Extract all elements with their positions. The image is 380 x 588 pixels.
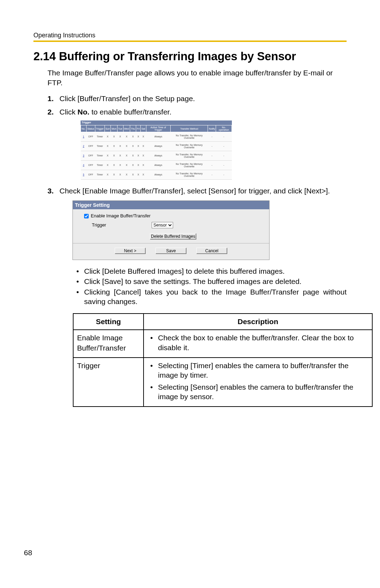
trigger-cell: OFF <box>86 132 95 142</box>
trigger-cell: - <box>216 170 232 180</box>
trigger-cell: X <box>141 151 146 161</box>
trigger-cell: OFF <box>86 161 95 170</box>
table-row: 3OFFTimerXXXXXXXAlwaysNo Transfer, No Me… <box>81 151 232 161</box>
trigger-row-number[interactable]: 3 <box>81 151 87 161</box>
trigger-cell: X <box>117 170 123 180</box>
trigger-cell: X <box>123 151 130 161</box>
trigger-cell: No Transfer, No Memory Overwrite <box>170 132 208 142</box>
trigger-cell: X <box>111 170 118 180</box>
setting-description: Check the box to enable the buffer/trans… <box>148 333 368 352</box>
setting-description: Selecting [Sensor] enables the camera to… <box>148 382 368 402</box>
trigger-cell: X <box>136 161 140 170</box>
trigger-cell: X <box>130 151 136 161</box>
settings-header-setting: Setting <box>73 314 144 330</box>
enable-buffer-checkbox[interactable] <box>84 214 89 218</box>
trigger-cell: - <box>208 170 216 180</box>
trigger-cell: X <box>111 142 118 151</box>
trigger-cell: X <box>104 161 110 170</box>
trigger-cell: X <box>104 151 110 161</box>
trigger-table-header: Sun <box>104 125 110 132</box>
trigger-cell: Always <box>146 170 170 180</box>
trigger-table-header: No. <box>81 125 87 132</box>
trigger-cell: X <box>130 132 136 142</box>
trigger-cell: OFF <box>86 142 95 151</box>
trigger-cell: X <box>111 161 118 170</box>
trigger-cell: - <box>208 142 216 151</box>
setting-description: Selecting [Timer] enables the camera to … <box>148 361 368 380</box>
trigger-cell: - <box>208 161 216 170</box>
trigger-table-header: Fri <box>136 125 140 132</box>
trigger-setting-dialog: Trigger Setting Enable Image Buffer/Tran… <box>72 200 270 260</box>
trigger-cell: Timer <box>95 132 104 142</box>
trigger-cell: Always <box>146 142 170 151</box>
trigger-cell: Always <box>146 161 170 170</box>
trigger-row-number[interactable]: 5 <box>81 170 87 180</box>
trigger-cell: X <box>136 132 140 142</box>
trigger-cell: X <box>141 170 146 180</box>
trigger-cell: Timer <box>95 161 104 170</box>
trigger-cell: X <box>123 132 130 142</box>
trigger-cell: - <box>216 151 232 161</box>
intro-paragraph: The Image Buffer/Transfer page allows yo… <box>48 68 347 88</box>
trigger-cell: X <box>130 161 136 170</box>
trigger-cell: X <box>136 151 140 161</box>
trigger-table-header: No-operation <box>216 125 232 132</box>
delete-buffered-images-button[interactable]: Delete Buffered Images <box>150 233 196 240</box>
trigger-cell: X <box>123 170 130 180</box>
trigger-table-header: Active Time of Trigger <box>146 125 170 132</box>
trigger-cell: No Transfer, No Memory Overwrite <box>170 161 208 170</box>
trigger-cell: X <box>123 161 130 170</box>
trigger-table-header: Mon <box>111 125 118 132</box>
trigger-row-number[interactable]: 1 <box>81 132 87 142</box>
table-row: Enable Image Buffer/Transfer Check the b… <box>73 330 372 358</box>
trigger-row-number[interactable]: 2 <box>81 142 87 151</box>
trigger-table-header: Trigger <box>95 125 104 132</box>
trigger-cell: Always <box>146 151 170 161</box>
trigger-cell: X <box>141 142 146 151</box>
trigger-cell: No Transfer, No Memory Overwrite <box>170 142 208 151</box>
trigger-table-header: Transfer Method <box>170 125 208 132</box>
step-2: 2. Click No. to enable buffer/transfer. … <box>48 107 347 180</box>
trigger-cell: - <box>216 142 232 151</box>
trigger-cell: X <box>117 151 123 161</box>
trigger-cell: X <box>130 142 136 151</box>
trigger-cell: Timer <box>95 142 104 151</box>
trigger-cell: OFF <box>86 170 95 180</box>
sub-bullet: Click [Save] to save the settings. The b… <box>74 277 347 286</box>
step-number: 2. <box>48 107 54 117</box>
save-button[interactable]: Save <box>156 248 186 254</box>
cancel-button[interactable]: Cancel <box>196 248 227 254</box>
trigger-table-title: Trigger <box>81 120 232 125</box>
trigger-cell: X <box>111 151 118 161</box>
table-row: 2OFFTimerXXXXXXXAlwaysNo Transfer, No Me… <box>81 142 232 151</box>
header-label: Operating Instructions <box>33 32 347 39</box>
trigger-cell: X <box>141 161 146 170</box>
step-text-prefix: Click <box>59 108 77 116</box>
trigger-table-header: Status <box>86 125 95 132</box>
setting-name: Trigger <box>73 358 144 407</box>
trigger-select[interactable]: Sensor <box>152 222 173 228</box>
settings-header-description: Description <box>144 314 372 330</box>
trigger-cell: X <box>117 142 123 151</box>
step-number: 3. <box>48 186 54 196</box>
trigger-table-header: Notify <box>208 125 216 132</box>
trigger-cell: X <box>136 142 140 151</box>
sub-bullet: Click [Delete Buffered Images] to delete… <box>74 266 347 276</box>
table-row: 1OFFTimerXXXXXXXAlwaysNo Transfer, No Me… <box>81 132 232 142</box>
trigger-cell: Always <box>146 132 170 142</box>
trigger-cell: - <box>216 161 232 170</box>
trigger-field-label: Trigger <box>92 222 152 228</box>
trigger-row-number[interactable]: 4 <box>81 161 87 170</box>
trigger-cell: X <box>111 132 118 142</box>
step-text-suffix: to enable buffer/transfer. <box>89 108 171 116</box>
step-3: 3. Check [Enable Image Buffer/Transfer],… <box>48 186 347 407</box>
trigger-cell: X <box>117 132 123 142</box>
dialog-titlebar: Trigger Setting <box>73 201 269 210</box>
trigger-cell: No Transfer, No Memory Overwrite <box>170 170 208 180</box>
trigger-cell: - <box>216 132 232 142</box>
trigger-cell: Timer <box>95 151 104 161</box>
next-button[interactable]: Next > <box>115 248 146 254</box>
page-number: 68 <box>24 549 32 557</box>
trigger-cell: X <box>141 132 146 142</box>
trigger-table-header: Sat <box>141 125 146 132</box>
